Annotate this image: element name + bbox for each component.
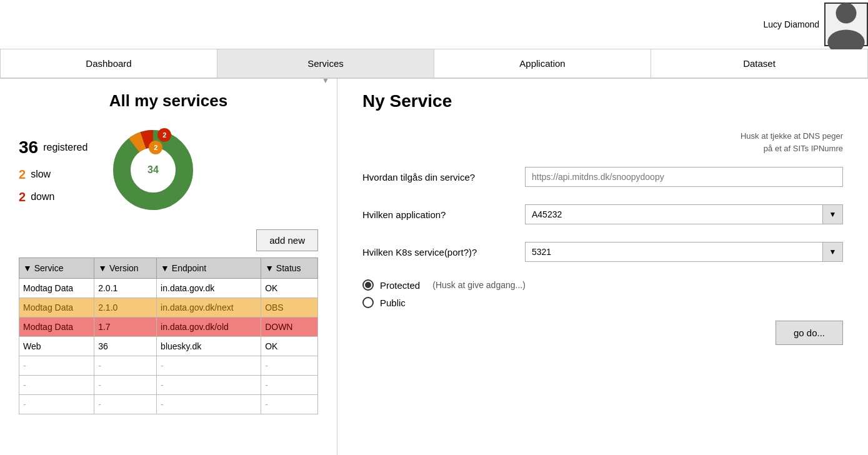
table-row[interactable]: Modtag Data1.7in.data.gov.dk/oldDOWN — [19, 318, 318, 337]
left-panel: All my services 36 registered 2 slow 2 d… — [0, 79, 337, 455]
cell-version: 1.7 — [94, 318, 157, 337]
nav-item-services[interactable]: Services — [217, 49, 434, 78]
user-name: Lucy Diamond — [764, 19, 825, 29]
svg-point-1 — [827, 29, 864, 50]
registered-count: 36 — [19, 132, 38, 163]
stat-registered: 36 registered — [19, 132, 87, 163]
add-new-row: add new — [19, 229, 318, 251]
form-row-application: Hvilken application? A45232 ▼ — [362, 204, 843, 224]
stat-down: 2 down — [19, 186, 87, 208]
services-table: ▼ Service ▼ Version ▼ Endpoint ▼ Status … — [19, 258, 318, 414]
cell-service: Modtag Data — [19, 318, 94, 337]
slow-count: 2 — [19, 163, 26, 186]
cell-endpoint: in.data.gov.dk — [157, 279, 261, 298]
radio-public-label: Public — [380, 298, 406, 308]
cell-status: - — [261, 395, 318, 414]
k8s-select[interactable]: 5321 ▼ — [525, 242, 843, 262]
cell-endpoint: in.data.gov.dk/old — [157, 318, 261, 337]
cell-status: - — [261, 356, 318, 376]
form-row-url: Hvordan tilgås din service? — [362, 167, 843, 187]
k8s-control: 5321 ▼ — [525, 242, 843, 262]
table-row[interactable]: ---- — [19, 376, 318, 395]
down-count: 2 — [19, 186, 26, 208]
svg-text:34: 34 — [147, 164, 159, 175]
cell-status: OBS — [261, 298, 318, 318]
cell-status: OK — [261, 279, 318, 298]
cell-endpoint: bluesky.dk — [157, 337, 261, 356]
radio-protected-hint: (Husk at give adgang...) — [432, 280, 526, 290]
application-dropdown-arrow[interactable]: ▼ — [822, 205, 842, 224]
cell-version: 36 — [94, 337, 157, 356]
application-control: A45232 ▼ — [525, 204, 843, 224]
stats-chart-section: 36 registered 2 slow 2 down — [19, 123, 318, 217]
cell-status: DOWN — [261, 318, 318, 337]
table-row[interactable]: Web36bluesky.dkOK — [19, 337, 318, 356]
service-url-control — [525, 167, 843, 187]
right-panel: Ny Service Husk at tjekke at DNS pegerpå… — [337, 79, 868, 455]
main-content: All my services 36 registered 2 slow 2 d… — [0, 79, 868, 455]
cell-service: Modtag Data — [19, 298, 94, 318]
hint-text: Husk at tjekke at DNS pegerpå et af SITs… — [741, 130, 843, 154]
avatar-icon — [826, 0, 867, 50]
table-row[interactable]: Modtag Data2.0.1in.data.gov.dkOK — [19, 279, 318, 298]
radio-public-row: Public — [362, 297, 843, 308]
cell-status: - — [261, 376, 318, 395]
hint-area: Husk at tjekke at DNS pegerpå et af SITs… — [362, 130, 843, 161]
radio-public[interactable] — [362, 297, 374, 308]
col-version[interactable]: ▼ Version — [94, 258, 157, 279]
nav: Dashboard Services Application Dataset — [0, 49, 868, 79]
cell-service: Modtag Data — [19, 279, 94, 298]
col-service[interactable]: ▼ Service — [19, 258, 94, 279]
radio-protected-row: Protected (Husk at give adgang...) — [362, 279, 843, 291]
slow-label: slow — [31, 166, 51, 184]
table-row[interactable]: ---- — [19, 356, 318, 376]
down-label: down — [31, 188, 54, 206]
svg-point-0 — [836, 2, 857, 23]
cell-service: - — [19, 376, 94, 395]
cell-status: OK — [261, 337, 318, 356]
nav-item-dataset[interactable]: Dataset — [651, 49, 868, 78]
form-row-k8s: Hvilken K8s service(port?)? 5321 ▼ — [362, 242, 843, 262]
donut-chart: 34 2 2 — [106, 123, 200, 217]
panel-title: All my services — [19, 91, 318, 111]
service-url-input[interactable] — [525, 167, 843, 187]
cell-endpoint: in.data.gov.dk/next — [157, 298, 261, 318]
k8s-value: 5321 — [526, 242, 822, 261]
header: Lucy Diamond — [0, 0, 868, 49]
cell-version: - — [94, 395, 157, 414]
stat-slow: 2 slow — [19, 163, 87, 186]
cell-service: - — [19, 356, 94, 376]
col-endpoint[interactable]: ▼ Endpoint — [157, 258, 261, 279]
service-url-label: Hvordan tilgås din service? — [362, 172, 525, 182]
stats: 36 registered 2 slow 2 down — [19, 132, 87, 208]
cell-version: 2.0.1 — [94, 279, 157, 298]
cell-version: - — [94, 356, 157, 376]
form-footer: go do... — [362, 321, 843, 345]
radio-protected-label: Protected — [380, 280, 420, 291]
cell-endpoint: - — [157, 395, 261, 414]
col-status[interactable]: ▼ Status — [261, 258, 318, 279]
visibility-radio-group: Protected (Husk at give adgang...) Publi… — [362, 279, 843, 308]
avatar — [824, 2, 868, 46]
application-value: A45232 — [526, 205, 822, 224]
add-new-button[interactable]: add new — [256, 229, 318, 251]
nav-item-application[interactable]: Application — [434, 49, 651, 78]
cell-version: - — [94, 376, 157, 395]
registered-label: registered — [43, 139, 87, 157]
go-button[interactable]: go do... — [776, 321, 843, 345]
form-title: Ny Service — [362, 91, 843, 111]
cell-service: Web — [19, 337, 94, 356]
cell-endpoint: - — [157, 356, 261, 376]
application-label: Hvilken application? — [362, 209, 525, 220]
cell-endpoint: - — [157, 376, 261, 395]
cell-version: 2.1.0 — [94, 298, 157, 318]
table-row[interactable]: ---- — [19, 395, 318, 414]
radio-protected[interactable] — [362, 279, 374, 291]
k8s-dropdown-arrow[interactable]: ▼ — [822, 242, 842, 261]
cell-service: - — [19, 395, 94, 414]
k8s-label: Hvilken K8s service(port?)? — [362, 247, 525, 258]
nav-item-dashboard[interactable]: Dashboard — [0, 49, 217, 78]
table-header-row: ▼ Service ▼ Version ▼ Endpoint ▼ Status — [19, 258, 318, 279]
table-row[interactable]: Modtag Data2.1.0in.data.gov.dk/nextOBS — [19, 298, 318, 318]
application-select[interactable]: A45232 ▼ — [525, 204, 843, 224]
